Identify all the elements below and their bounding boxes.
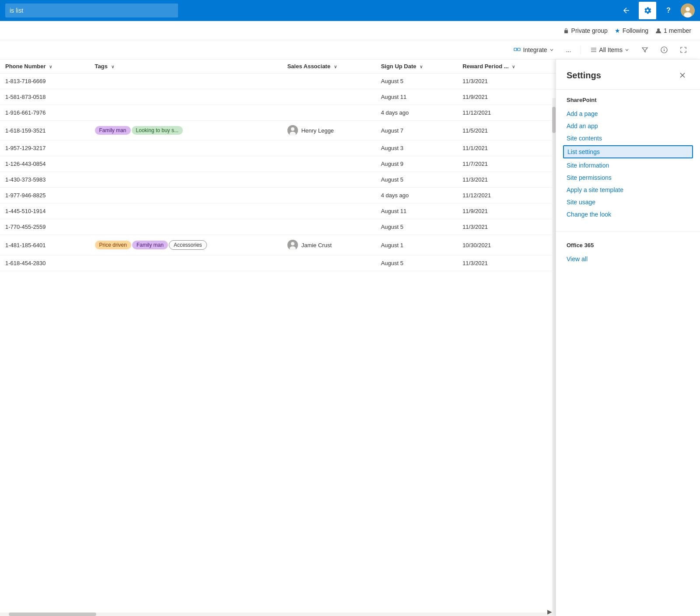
cell-signup: August 5 — [376, 219, 457, 235]
data-table: Phone Number ∨ Tags ∨ Sales Associate ∨ … — [0, 60, 556, 271]
site-information-link[interactable]: Site information — [567, 159, 690, 172]
associate-avatar — [287, 125, 298, 136]
add-app-link[interactable]: Add an app — [567, 120, 690, 132]
associate-cell: Jamie Crust — [287, 240, 371, 250]
cell-sales — [282, 256, 376, 271]
col-phone[interactable]: Phone Number ∨ — [0, 60, 90, 74]
cell-phone: 1-445-510-1914 — [0, 203, 90, 219]
close-icon — [680, 73, 685, 78]
sub-header: Private group ★ Following 1 member — [0, 21, 700, 40]
table-row[interactable]: 1-618-454-2830August 511/3/2021 — [0, 256, 556, 271]
cell-phone: 1-770-455-2559 — [0, 219, 90, 235]
list-settings-link[interactable]: List settings — [563, 145, 693, 158]
right-arrow[interactable]: ▶ — [547, 608, 552, 615]
cell-tags — [90, 140, 282, 156]
avatar[interactable] — [681, 4, 695, 18]
cell-sales — [282, 219, 376, 235]
cell-signup: August 9 — [376, 156, 457, 172]
horizontal-scrollbar[interactable] — [0, 612, 556, 616]
sort-icon-signup: ∨ — [420, 64, 423, 69]
chevron-down-icon-2 — [625, 48, 629, 52]
sharepoint-section: SharePoint Add a page Add an app Site co… — [556, 90, 700, 228]
site-contents-link[interactable]: Site contents — [567, 132, 690, 144]
lock-icon — [563, 28, 569, 34]
cell-tags — [90, 172, 282, 188]
settings-close-button[interactable] — [676, 68, 690, 82]
fullscreen-button[interactable] — [676, 44, 691, 56]
associate-cell: Henry Legge — [287, 125, 371, 136]
svg-point-14 — [291, 127, 294, 131]
table-row[interactable]: 1-813-718-6669August 511/3/2021 — [0, 74, 556, 89]
sharepoint-section-title: SharePoint — [567, 97, 690, 103]
cell-phone: 1-430-373-5983 — [0, 172, 90, 188]
table-row[interactable]: 1-126-443-0854August 911/7/2021 — [0, 156, 556, 172]
col-signup[interactable]: Sign Up Date ∨ — [376, 60, 457, 74]
cell-tags — [90, 256, 282, 271]
cell-signup: August 1 — [376, 235, 457, 256]
cell-signup: 4 days ago — [376, 188, 457, 203]
table-row[interactable]: 1-581-873-0518August 1111/9/2021 — [0, 89, 556, 105]
svg-point-17 — [291, 242, 294, 245]
sort-icon-reward: ∨ — [512, 64, 515, 69]
settings-title: Settings — [567, 70, 601, 80]
cell-sales — [282, 203, 376, 219]
info-button[interactable] — [656, 44, 672, 56]
cell-tags: Family manLooking to buy s... — [90, 121, 282, 140]
site-permissions-link[interactable]: Site permissions — [567, 172, 690, 184]
filter-button[interactable] — [637, 44, 653, 56]
cell-phone: 1-977-946-8825 — [0, 188, 90, 203]
table-row[interactable]: 1-430-373-5983August 511/3/2021 — [0, 172, 556, 188]
list-area[interactable]: Phone Number ∨ Tags ∨ Sales Associate ∨ … — [0, 60, 556, 616]
change-look-link[interactable]: Change the look — [567, 208, 690, 220]
associate-name: Henry Legge — [301, 127, 334, 134]
cell-phone: 1-618-159-3521 — [0, 121, 90, 140]
cell-tags — [90, 156, 282, 172]
following-indicator[interactable]: ★ Following — [615, 27, 648, 34]
cell-reward: 11/3/2021 — [457, 256, 556, 271]
cell-sales: Jamie Crust — [282, 235, 376, 256]
tag-badge: Family man — [132, 241, 168, 249]
more-options-label: ... — [566, 46, 571, 53]
integrate-icon — [514, 46, 521, 53]
add-page-link[interactable]: Add a page — [567, 108, 690, 120]
tag-badge: Price driven — [95, 241, 131, 249]
col-sales[interactable]: Sales Associate ∨ — [282, 60, 376, 74]
search-input[interactable] — [5, 4, 178, 18]
table-row[interactable]: 1-481-185-6401Price drivenFamily manAcce… — [0, 235, 556, 256]
table-row[interactable]: 1-445-510-1914August 1111/9/2021 — [0, 203, 556, 219]
members-label: 1 member — [664, 27, 691, 34]
help-button[interactable]: ? — [660, 2, 677, 19]
apply-site-template-link[interactable]: Apply a site template — [567, 184, 690, 196]
table-header-row: Phone Number ∨ Tags ∨ Sales Associate ∨ … — [0, 60, 556, 74]
site-usage-link[interactable]: Site usage — [567, 196, 690, 208]
question-mark-icon: ? — [666, 7, 671, 14]
list-toolbar: Integrate ... All Items — [0, 40, 700, 60]
back-icon-button[interactable] — [618, 2, 635, 19]
view-all-link[interactable]: View all — [567, 253, 690, 265]
list-view-icon — [591, 47, 597, 53]
integrate-label: Integrate — [523, 46, 547, 53]
tag-badge: Looking to buy s... — [132, 126, 183, 135]
col-reward[interactable]: Reward Period ... ∨ — [457, 60, 556, 74]
all-items-button[interactable]: All Items — [586, 44, 634, 56]
sort-icon: ∨ — [49, 64, 52, 69]
cell-signup: August 11 — [376, 203, 457, 219]
cell-signup: August 11 — [376, 89, 457, 105]
table-row[interactable]: 1-977-946-88254 days ago11/12/2021 — [0, 188, 556, 203]
cell-signup: August 5 — [376, 74, 457, 89]
vertical-scrollbar[interactable] — [552, 98, 556, 616]
table-row[interactable]: 1-770-455-2559August 511/3/2021 — [0, 219, 556, 235]
cell-sales — [282, 172, 376, 188]
more-options-button[interactable]: ... — [562, 44, 576, 56]
table-row[interactable]: 1-618-159-3521Family manLooking to buy s… — [0, 121, 556, 140]
col-tags[interactable]: Tags ∨ — [90, 60, 282, 74]
integrate-button[interactable]: Integrate — [509, 44, 558, 56]
table-row[interactable]: 1-916-661-79764 days ago11/12/2021 — [0, 105, 556, 121]
main-content: Phone Number ∨ Tags ∨ Sales Associate ∨ … — [0, 60, 700, 616]
table-row[interactable]: 1-957-129-3217August 311/1/2021 — [0, 140, 556, 156]
cell-phone: 1-126-443-0854 — [0, 156, 90, 172]
settings-button[interactable] — [639, 2, 656, 19]
cell-phone: 1-618-454-2830 — [0, 256, 90, 271]
filter-icon — [641, 46, 648, 53]
cell-tags: Price drivenFamily manAccessories — [90, 235, 282, 256]
